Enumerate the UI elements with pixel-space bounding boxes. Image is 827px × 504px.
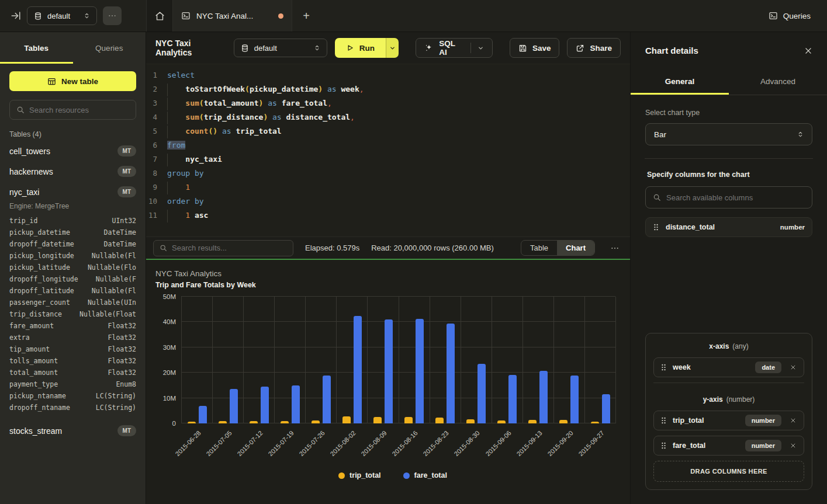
collapse-sidebar-icon[interactable] <box>11 11 21 21</box>
query-title: NYC Taxi Analytics <box>155 39 226 57</box>
sidebar-search-input[interactable] <box>29 106 129 114</box>
x-axis-header: x-axis(any) <box>653 342 804 350</box>
toolbar-database-value: default <box>254 44 277 53</box>
bar-fare_total <box>477 364 486 423</box>
database-icon <box>34 12 42 20</box>
rows-read: Read: 20,000,000 rows (260.00 MB) <box>371 244 494 252</box>
chart-type-select[interactable]: Bar <box>645 123 812 145</box>
drag-columns-dropzone[interactable]: DRAG COLUMNS HERE <box>653 461 804 482</box>
remove-icon[interactable] <box>787 363 799 372</box>
table-item-cell-towers[interactable]: cell_towers MT <box>9 141 136 161</box>
engine-label: Engine: MergeTree <box>9 202 136 210</box>
chart-bar-groups: 2015-06-282015-07-052015-07-122015-07-19… <box>181 297 615 423</box>
sql-editor[interactable]: 1select2 toStartOfWeek(pickup_datetime) … <box>146 64 630 237</box>
x-tick-label: 2015-07-05 <box>205 429 233 457</box>
bar-fare_total <box>416 319 424 423</box>
y-axis-column-fare-total[interactable]: fare_total number <box>653 436 804 456</box>
chart-type-label: Select chart type <box>645 109 812 117</box>
code-line: 10order by <box>146 194 630 208</box>
table-item-hackernews[interactable]: hackernews MT <box>9 161 136 182</box>
column-type-badge: date <box>755 362 781 373</box>
bar-trip_total <box>591 422 599 423</box>
more-options-button[interactable] <box>103 6 122 25</box>
unsaved-indicator-dot <box>278 13 283 19</box>
x-axis-column-week[interactable]: week date <box>653 357 804 377</box>
code-line: 7 nyc_taxi <box>146 152 630 166</box>
engine-badge: MT <box>117 166 136 177</box>
y-axis-column-trip-total[interactable]: trip_total number <box>653 411 804 430</box>
y-axis-section: y-axis(number) trip_total number <box>646 387 812 489</box>
new-table-button[interactable]: New table <box>9 71 136 91</box>
table-item-nyc-taxi[interactable]: nyc_taxi MT <box>9 182 136 202</box>
sidebar-search[interactable] <box>9 100 136 120</box>
code-line: 3 sum(total_amount) as fare_total, <box>146 96 630 110</box>
drag-handle-icon[interactable] <box>660 416 667 425</box>
save-label: Save <box>532 44 551 53</box>
bar-group-2015-07-12: 2015-07-12 <box>243 297 274 423</box>
engine-badge: MT <box>117 425 136 436</box>
chart-details-body: Select chart type Bar Specify columns fo… <box>631 95 827 504</box>
table-item-stocks-stream[interactable]: stocks_stream MT <box>9 420 136 441</box>
bar-group-2015-09-06: 2015-09-06 <box>492 297 523 423</box>
results-search-input[interactable] <box>172 244 287 252</box>
view-toggle-chart[interactable]: Chart <box>557 241 594 255</box>
search-icon <box>16 106 25 114</box>
chevron-updown-icon <box>84 12 90 20</box>
save-button[interactable]: Save <box>510 38 560 58</box>
columns-search[interactable] <box>645 186 812 208</box>
chevron-down-icon[interactable] <box>477 45 484 51</box>
chart-plot-row: 010M20M30M40M50M 2015-06-282015-07-05201… <box>155 297 630 423</box>
y-tick-label: 50M <box>163 293 176 300</box>
x-tick-label: 2015-09-27 <box>577 429 605 457</box>
sidebar-tabs: Tables Queries <box>0 32 146 64</box>
sql-ai-label: SQL AI <box>439 39 462 57</box>
code-line: 2 toStartOfWeek(pickup_datetime) as week… <box>146 82 630 96</box>
drag-handle-icon[interactable] <box>660 442 667 450</box>
sidebar-tab-queries[interactable]: Queries <box>73 32 146 64</box>
drag-handle-icon[interactable] <box>660 363 667 371</box>
column-row: pickup_longitudeNullable(Fl <box>9 250 136 262</box>
remove-icon[interactable] <box>787 441 799 450</box>
close-icon[interactable] <box>804 47 812 55</box>
run-button[interactable]: Run <box>335 38 386 58</box>
y-tick-label: 10M <box>163 395 176 402</box>
available-column-distance-total[interactable]: distance_total number <box>645 217 812 237</box>
sidebar-tab-tables[interactable]: Tables <box>0 32 73 64</box>
bar-group-2015-07-05: 2015-07-05 <box>212 297 243 423</box>
sql-ai-button[interactable]: SQL AI <box>416 38 493 58</box>
legend-item-trip_total[interactable]: trip_total <box>338 471 380 479</box>
bar-fare_total <box>570 376 579 423</box>
tab-advanced[interactable]: Advanced <box>729 69 827 95</box>
chart-plot: 2015-06-282015-07-052015-07-122015-07-19… <box>181 297 616 423</box>
toolbar-database-selector[interactable]: default <box>234 39 327 57</box>
run-options-button[interactable] <box>386 38 399 58</box>
x-tick-label: 2015-08-02 <box>329 429 357 457</box>
bar-trip_total <box>497 420 506 423</box>
column-row: tip_amountFloat32 <box>9 343 136 355</box>
column-row: trip_distanceNullable(Float <box>9 308 136 320</box>
run-label: Run <box>359 44 375 53</box>
tab-general[interactable]: General <box>631 69 729 95</box>
code-line: 11 1 asc <box>146 208 630 223</box>
legend-item-fare_total[interactable]: fare_total <box>403 471 447 479</box>
queries-button[interactable]: Queries <box>783 12 811 20</box>
bar-fare_total <box>261 387 269 423</box>
database-selector[interactable]: default <box>27 6 97 25</box>
home-button[interactable] <box>146 0 173 32</box>
bar-fare_total <box>230 389 238 423</box>
new-tab-button[interactable]: + <box>292 0 320 32</box>
tab-nyc-taxi-analytics[interactable]: NYC Taxi Anal... <box>173 0 292 32</box>
sidebar-table-list: Tables (4) cell_towers MT hackernews MT … <box>0 120 146 504</box>
view-toggle-table[interactable]: Table <box>521 241 557 255</box>
x-tick-label: 2015-09-06 <box>484 429 512 457</box>
bar-fare_total <box>385 319 393 423</box>
bar-fare_total <box>323 376 331 423</box>
columns-search-input[interactable] <box>666 193 805 202</box>
bar-trip_total <box>373 417 382 423</box>
remove-icon[interactable] <box>787 416 799 425</box>
results-more-button[interactable] <box>607 244 623 253</box>
share-button[interactable]: Share <box>567 38 621 58</box>
drag-handle-icon[interactable] <box>653 223 659 231</box>
y-tick-label: 30M <box>163 344 176 351</box>
results-search[interactable] <box>153 240 293 256</box>
